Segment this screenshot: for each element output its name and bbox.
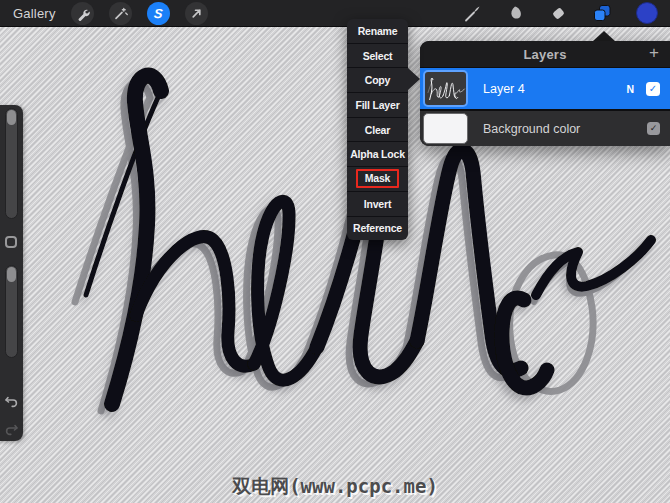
selection-s-icon: S	[153, 7, 163, 20]
menu-item-rename[interactable]: Rename	[347, 19, 408, 43]
color-swatch-button[interactable]	[636, 2, 658, 24]
menu-item-clear[interactable]: Clear	[347, 117, 408, 142]
transform-button[interactable]	[185, 2, 208, 25]
layer-row-background[interactable]: Background color ✓	[420, 111, 670, 146]
menu-item-copy[interactable]: Copy	[347, 67, 408, 92]
layer-context-menu: Rename Select Copy Fill Layer Clear Alph…	[347, 19, 408, 240]
smudge-icon[interactable]	[506, 4, 525, 23]
context-menu-pointer	[408, 68, 420, 90]
background-visibility-checkbox[interactable]: ✓	[647, 122, 660, 135]
magic-wand-icon	[113, 6, 128, 21]
gallery-button[interactable]: Gallery	[13, 6, 56, 21]
add-layer-button[interactable]: +	[649, 44, 659, 61]
eraser-icon[interactable]	[549, 4, 568, 23]
layer-row-layer4[interactable]: Layer 4 N ✓	[420, 68, 670, 109]
menu-item-invert[interactable]: Invert	[347, 191, 408, 216]
layer4-thumbnail-hello	[426, 73, 466, 105]
checkmark-icon: ✓	[650, 124, 658, 133]
actions-button[interactable]	[71, 2, 94, 25]
layers-panel-header: Layers +	[420, 41, 670, 67]
toolbar-left-group: Gallery S	[0, 2, 208, 25]
undo-button[interactable]	[3, 393, 20, 410]
menu-item-select[interactable]: Select	[347, 43, 408, 68]
menu-item-fill-layer[interactable]: Fill Layer	[347, 92, 408, 117]
brush-opacity-slider[interactable]	[5, 265, 18, 358]
layers-button-icon[interactable]	[592, 3, 612, 23]
menu-item-reference[interactable]: Reference	[347, 216, 408, 241]
layers-panel-title: Layers	[420, 47, 670, 62]
selection-button[interactable]: S	[147, 2, 170, 25]
move-arrow-icon	[189, 6, 204, 21]
brush-opacity-handle[interactable]	[7, 267, 16, 282]
modify-button[interactable]	[5, 236, 17, 248]
layers-panel: Layers + Layer 4 N ✓ Background color	[420, 41, 670, 146]
blend-mode-badge[interactable]: N	[626, 83, 634, 95]
layer-name: Layer 4	[483, 82, 525, 96]
mask-highlight-box: Mask	[356, 169, 399, 188]
background-thumbnail[interactable]	[423, 113, 468, 144]
wrench-icon	[75, 6, 90, 21]
toolbar-right-group	[463, 2, 670, 24]
adjustments-button[interactable]	[109, 2, 132, 25]
menu-item-mask[interactable]: Mask	[347, 166, 408, 191]
layer-name: Background color	[483, 122, 580, 136]
checkmark-icon: ✓	[649, 84, 657, 94]
brush-size-slider[interactable]	[5, 108, 18, 219]
brush-icon[interactable]	[463, 4, 482, 23]
layer4-thumbnail[interactable]	[423, 70, 468, 107]
brush-sidebar	[0, 105, 23, 441]
top-toolbar: Gallery S	[0, 0, 670, 27]
redo-button[interactable]	[3, 421, 20, 438]
procreate-window: Gallery S	[0, 0, 670, 503]
watermark-text: 双电网(www.pcpc.me)	[232, 474, 438, 500]
layer4-visibility-checkbox[interactable]: ✓	[646, 82, 660, 96]
brush-size-handle[interactable]	[7, 110, 16, 125]
menu-item-alpha-lock[interactable]: Alpha Lock	[347, 141, 408, 166]
